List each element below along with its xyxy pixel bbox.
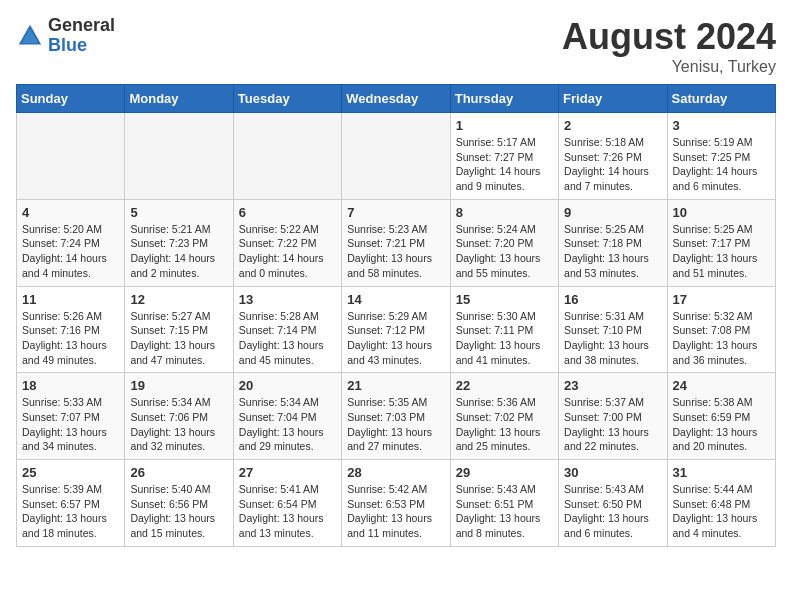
day-info: Sunrise: 5:24 AMSunset: 7:20 PMDaylight:… <box>456 222 553 281</box>
day-info: Sunrise: 5:41 AMSunset: 6:54 PMDaylight:… <box>239 482 336 541</box>
day-number: 29 <box>456 465 553 480</box>
calendar-cell: 1Sunrise: 5:17 AMSunset: 7:27 PMDaylight… <box>450 113 558 200</box>
day-info: Sunrise: 5:29 AMSunset: 7:12 PMDaylight:… <box>347 309 444 368</box>
calendar-week-row: 25Sunrise: 5:39 AMSunset: 6:57 PMDayligh… <box>17 460 776 547</box>
calendar-cell: 14Sunrise: 5:29 AMSunset: 7:12 PMDayligh… <box>342 286 450 373</box>
day-number: 25 <box>22 465 119 480</box>
calendar-cell <box>342 113 450 200</box>
day-number: 11 <box>22 292 119 307</box>
day-number: 30 <box>564 465 661 480</box>
logo: General Blue <box>16 16 115 56</box>
calendar-cell: 18Sunrise: 5:33 AMSunset: 7:07 PMDayligh… <box>17 373 125 460</box>
day-info: Sunrise: 5:34 AMSunset: 7:04 PMDaylight:… <box>239 395 336 454</box>
day-info: Sunrise: 5:17 AMSunset: 7:27 PMDaylight:… <box>456 135 553 194</box>
calendar-cell: 22Sunrise: 5:36 AMSunset: 7:02 PMDayligh… <box>450 373 558 460</box>
calendar-cell: 24Sunrise: 5:38 AMSunset: 6:59 PMDayligh… <box>667 373 775 460</box>
day-info: Sunrise: 5:31 AMSunset: 7:10 PMDaylight:… <box>564 309 661 368</box>
day-info: Sunrise: 5:43 AMSunset: 6:50 PMDaylight:… <box>564 482 661 541</box>
day-info: Sunrise: 5:39 AMSunset: 6:57 PMDaylight:… <box>22 482 119 541</box>
day-info: Sunrise: 5:34 AMSunset: 7:06 PMDaylight:… <box>130 395 227 454</box>
calendar-cell: 15Sunrise: 5:30 AMSunset: 7:11 PMDayligh… <box>450 286 558 373</box>
day-number: 5 <box>130 205 227 220</box>
day-info: Sunrise: 5:32 AMSunset: 7:08 PMDaylight:… <box>673 309 770 368</box>
day-number: 6 <box>239 205 336 220</box>
day-number: 21 <box>347 378 444 393</box>
calendar-cell: 2Sunrise: 5:18 AMSunset: 7:26 PMDaylight… <box>559 113 667 200</box>
day-info: Sunrise: 5:40 AMSunset: 6:56 PMDaylight:… <box>130 482 227 541</box>
calendar-cell: 13Sunrise: 5:28 AMSunset: 7:14 PMDayligh… <box>233 286 341 373</box>
location: Yenisu, Turkey <box>562 58 776 76</box>
calendar-cell: 8Sunrise: 5:24 AMSunset: 7:20 PMDaylight… <box>450 199 558 286</box>
day-info: Sunrise: 5:19 AMSunset: 7:25 PMDaylight:… <box>673 135 770 194</box>
day-info: Sunrise: 5:27 AMSunset: 7:15 PMDaylight:… <box>130 309 227 368</box>
calendar-cell: 21Sunrise: 5:35 AMSunset: 7:03 PMDayligh… <box>342 373 450 460</box>
calendar-cell <box>233 113 341 200</box>
calendar-cell: 29Sunrise: 5:43 AMSunset: 6:51 PMDayligh… <box>450 460 558 547</box>
header-wednesday: Wednesday <box>342 85 450 113</box>
calendar-cell: 9Sunrise: 5:25 AMSunset: 7:18 PMDaylight… <box>559 199 667 286</box>
day-info: Sunrise: 5:21 AMSunset: 7:23 PMDaylight:… <box>130 222 227 281</box>
day-number: 1 <box>456 118 553 133</box>
calendar-cell: 27Sunrise: 5:41 AMSunset: 6:54 PMDayligh… <box>233 460 341 547</box>
day-number: 12 <box>130 292 227 307</box>
calendar-cell: 31Sunrise: 5:44 AMSunset: 6:48 PMDayligh… <box>667 460 775 547</box>
calendar-cell: 19Sunrise: 5:34 AMSunset: 7:06 PMDayligh… <box>125 373 233 460</box>
day-number: 31 <box>673 465 770 480</box>
calendar-cell: 20Sunrise: 5:34 AMSunset: 7:04 PMDayligh… <box>233 373 341 460</box>
day-number: 24 <box>673 378 770 393</box>
calendar-week-row: 4Sunrise: 5:20 AMSunset: 7:24 PMDaylight… <box>17 199 776 286</box>
day-number: 2 <box>564 118 661 133</box>
header-saturday: Saturday <box>667 85 775 113</box>
calendar-cell: 26Sunrise: 5:40 AMSunset: 6:56 PMDayligh… <box>125 460 233 547</box>
header-monday: Monday <box>125 85 233 113</box>
calendar-cell: 16Sunrise: 5:31 AMSunset: 7:10 PMDayligh… <box>559 286 667 373</box>
calendar-cell: 10Sunrise: 5:25 AMSunset: 7:17 PMDayligh… <box>667 199 775 286</box>
day-info: Sunrise: 5:23 AMSunset: 7:21 PMDaylight:… <box>347 222 444 281</box>
day-number: 19 <box>130 378 227 393</box>
day-info: Sunrise: 5:44 AMSunset: 6:48 PMDaylight:… <box>673 482 770 541</box>
day-number: 8 <box>456 205 553 220</box>
calendar-week-row: 1Sunrise: 5:17 AMSunset: 7:27 PMDaylight… <box>17 113 776 200</box>
calendar-cell <box>17 113 125 200</box>
day-info: Sunrise: 5:38 AMSunset: 6:59 PMDaylight:… <box>673 395 770 454</box>
day-info: Sunrise: 5:28 AMSunset: 7:14 PMDaylight:… <box>239 309 336 368</box>
calendar-week-row: 11Sunrise: 5:26 AMSunset: 7:16 PMDayligh… <box>17 286 776 373</box>
day-number: 10 <box>673 205 770 220</box>
day-number: 20 <box>239 378 336 393</box>
calendar-cell: 5Sunrise: 5:21 AMSunset: 7:23 PMDaylight… <box>125 199 233 286</box>
calendar-header-row: SundayMondayTuesdayWednesdayThursdayFrid… <box>17 85 776 113</box>
calendar-cell: 11Sunrise: 5:26 AMSunset: 7:16 PMDayligh… <box>17 286 125 373</box>
calendar-cell: 25Sunrise: 5:39 AMSunset: 6:57 PMDayligh… <box>17 460 125 547</box>
day-info: Sunrise: 5:35 AMSunset: 7:03 PMDaylight:… <box>347 395 444 454</box>
calendar-cell: 6Sunrise: 5:22 AMSunset: 7:22 PMDaylight… <box>233 199 341 286</box>
day-info: Sunrise: 5:30 AMSunset: 7:11 PMDaylight:… <box>456 309 553 368</box>
day-info: Sunrise: 5:26 AMSunset: 7:16 PMDaylight:… <box>22 309 119 368</box>
logo-icon <box>16 22 44 50</box>
header-tuesday: Tuesday <box>233 85 341 113</box>
calendar-week-row: 18Sunrise: 5:33 AMSunset: 7:07 PMDayligh… <box>17 373 776 460</box>
day-number: 14 <box>347 292 444 307</box>
calendar-cell: 7Sunrise: 5:23 AMSunset: 7:21 PMDaylight… <box>342 199 450 286</box>
calendar-cell: 23Sunrise: 5:37 AMSunset: 7:00 PMDayligh… <box>559 373 667 460</box>
header-thursday: Thursday <box>450 85 558 113</box>
calendar-cell: 17Sunrise: 5:32 AMSunset: 7:08 PMDayligh… <box>667 286 775 373</box>
day-number: 4 <box>22 205 119 220</box>
day-info: Sunrise: 5:36 AMSunset: 7:02 PMDaylight:… <box>456 395 553 454</box>
calendar-cell: 4Sunrise: 5:20 AMSunset: 7:24 PMDaylight… <box>17 199 125 286</box>
header-sunday: Sunday <box>17 85 125 113</box>
calendar-cell <box>125 113 233 200</box>
day-info: Sunrise: 5:25 AMSunset: 7:18 PMDaylight:… <box>564 222 661 281</box>
calendar-cell: 28Sunrise: 5:42 AMSunset: 6:53 PMDayligh… <box>342 460 450 547</box>
day-info: Sunrise: 5:37 AMSunset: 7:00 PMDaylight:… <box>564 395 661 454</box>
day-number: 7 <box>347 205 444 220</box>
day-number: 23 <box>564 378 661 393</box>
day-info: Sunrise: 5:22 AMSunset: 7:22 PMDaylight:… <box>239 222 336 281</box>
day-number: 15 <box>456 292 553 307</box>
day-info: Sunrise: 5:33 AMSunset: 7:07 PMDaylight:… <box>22 395 119 454</box>
day-number: 22 <box>456 378 553 393</box>
day-info: Sunrise: 5:18 AMSunset: 7:26 PMDaylight:… <box>564 135 661 194</box>
calendar-cell: 12Sunrise: 5:27 AMSunset: 7:15 PMDayligh… <box>125 286 233 373</box>
calendar-table: SundayMondayTuesdayWednesdayThursdayFrid… <box>16 84 776 547</box>
day-number: 13 <box>239 292 336 307</box>
day-number: 26 <box>130 465 227 480</box>
